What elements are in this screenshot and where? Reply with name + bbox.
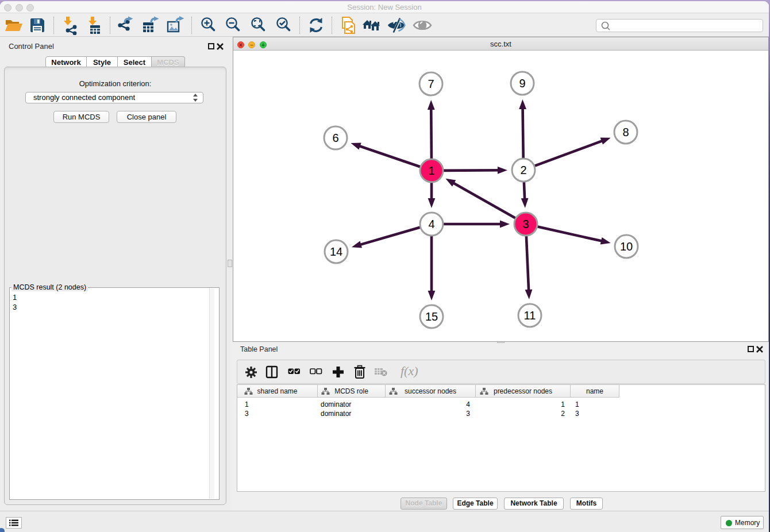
svg-text:1: 1 bbox=[428, 164, 434, 177]
svg-text:7: 7 bbox=[428, 78, 434, 90]
svg-text:3: 3 bbox=[522, 218, 529, 230]
svg-text:4: 4 bbox=[428, 218, 434, 230]
svg-text:10: 10 bbox=[620, 240, 633, 253]
svg-text:8: 8 bbox=[622, 126, 629, 138]
svg-text:2: 2 bbox=[520, 164, 526, 176]
svg-text:6: 6 bbox=[332, 132, 338, 144]
svg-text:15: 15 bbox=[425, 310, 438, 323]
svg-text:14: 14 bbox=[330, 245, 342, 258]
svg-text:11: 11 bbox=[524, 309, 536, 322]
svg-text:9: 9 bbox=[519, 77, 525, 90]
